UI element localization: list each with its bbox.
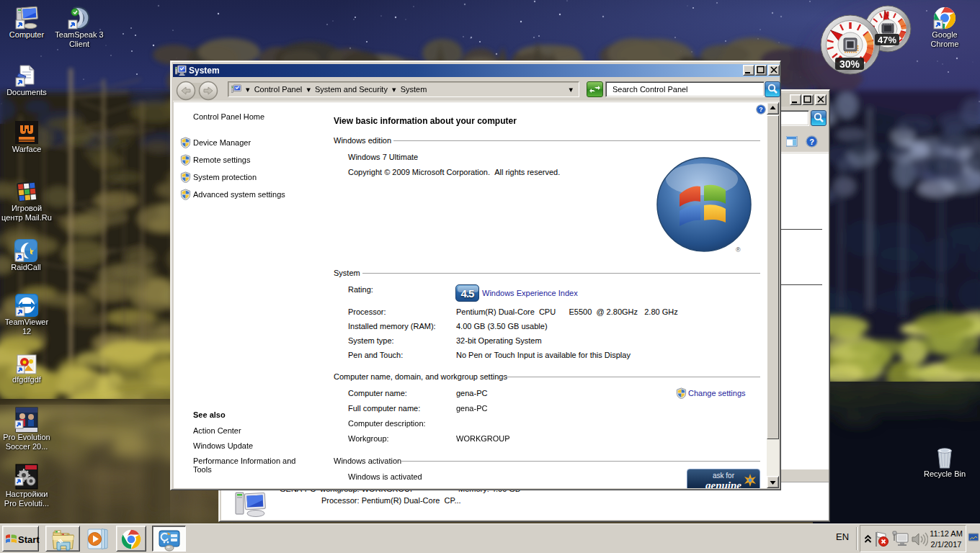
svg-text:47%: 47% bbox=[878, 35, 896, 45]
svg-text:30%: 30% bbox=[839, 58, 860, 70]
svg-text:?: ? bbox=[759, 106, 763, 113]
svg-text:?: ? bbox=[809, 138, 814, 146]
